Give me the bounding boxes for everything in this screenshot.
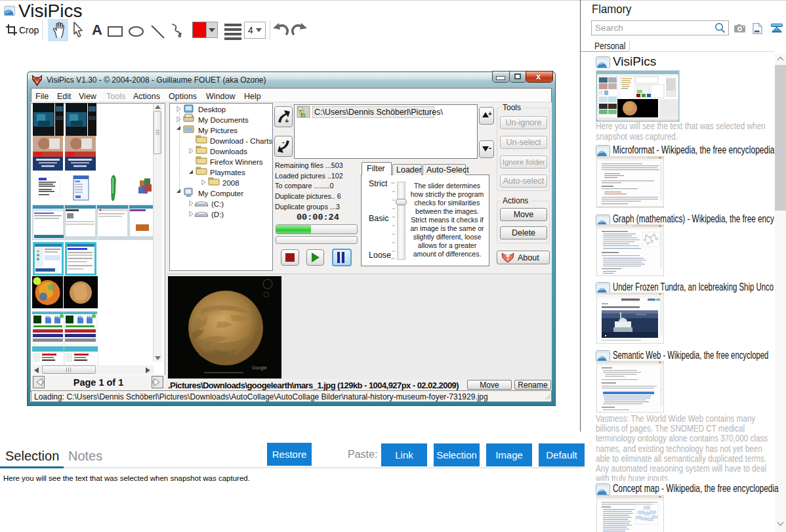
svg-text:-: - (282, 138, 285, 146)
svg-text:(C:): (C:) (211, 200, 224, 208)
svg-text:Download - Charts: Download - Charts (210, 137, 272, 145)
svg-text:My Documents: My Documents (198, 116, 249, 124)
svg-text:2008: 2008 (222, 179, 239, 187)
svg-text:Google: Google (252, 365, 267, 371)
svg-text:+: + (285, 117, 289, 125)
svg-text:Playmates: Playmates (210, 169, 245, 176)
svg-text:+: + (488, 111, 492, 117)
svg-text:Firefox Winners: Firefox Winners (210, 158, 263, 166)
svg-text:My Computer: My Computer (198, 190, 243, 197)
svg-text:Desktop: Desktop (198, 106, 226, 113)
svg-text:Downloads: Downloads (210, 148, 247, 155)
svg-text:-: - (489, 144, 491, 153)
svg-text:(D:): (D:) (211, 211, 224, 218)
svg-text:My Pictures: My Pictures (198, 127, 238, 134)
